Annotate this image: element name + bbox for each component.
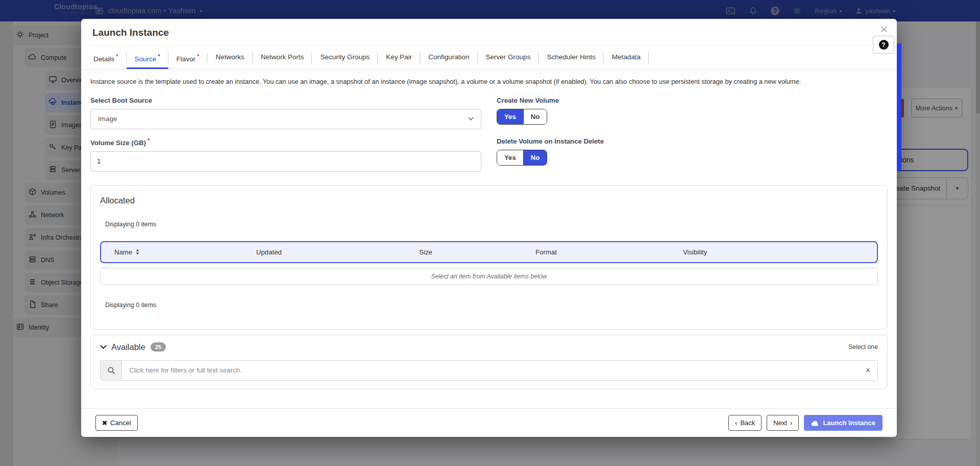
modal-body: Instance source is the template used to …	[81, 69, 897, 409]
wizard-tabs: Details* Source* Flavor* Networks Networ…	[81, 46, 897, 69]
cancel-label: Cancel	[110, 419, 131, 427]
boot-source-field: Select Boot Source Image	[90, 91, 481, 129]
required-asterisk: *	[197, 53, 199, 59]
search-icon	[101, 361, 122, 380]
required-asterisk: *	[116, 53, 118, 59]
page: Cloudtopiaa Your Cloud Partner cloudtopi…	[0, 0, 980, 466]
source-description: Instance source is the template used to …	[90, 78, 888, 85]
allocated-panel: Allocated Displaying 0 items Name Update…	[90, 185, 888, 330]
tab-label: Metadata	[612, 53, 641, 61]
tab-label: Security Groups	[320, 53, 370, 61]
tab-label: Details	[93, 55, 114, 63]
tab-network-ports[interactable]: Network Ports	[253, 46, 312, 69]
modal-title: Launch Instance	[92, 27, 886, 38]
modal-header: Launch Instance ×	[81, 19, 897, 46]
chevron-down-icon	[468, 117, 474, 121]
available-panel: Available 25 Select one ×	[90, 335, 888, 389]
column-header-updated[interactable]: Updated	[256, 248, 419, 256]
volume-size-input[interactable]	[90, 151, 481, 172]
tab-configuration[interactable]: Configuration	[420, 46, 477, 69]
chevron-left-icon: ‹	[735, 419, 737, 427]
tab-label: Flavor	[177, 55, 196, 63]
column-label: Updated	[256, 248, 282, 256]
tab-label: Source	[135, 55, 157, 63]
delete-volume-no-button[interactable]: No	[523, 150, 547, 165]
column-header-name[interactable]: Name	[101, 248, 256, 256]
delete-volume-toggle: Yes No	[497, 150, 547, 166]
volume-size-label: Volume Size (GB)*	[90, 137, 481, 147]
question-mark-icon: ?	[879, 40, 889, 50]
tab-source[interactable]: Source*	[127, 46, 168, 69]
tab-details[interactable]: Details*	[85, 46, 127, 69]
available-count-badge: 25	[151, 342, 166, 352]
create-volume-label: Create New Volume	[497, 97, 888, 104]
allocated-table-header: Name Updated Size Format Visibility	[100, 241, 878, 263]
tab-label: Networks	[215, 53, 244, 61]
tab-label: Configuration	[428, 53, 469, 61]
tab-label: Key Pair	[386, 53, 412, 61]
sort-icon	[135, 249, 140, 255]
volume-size-label-text: Volume Size (GB)	[90, 139, 146, 147]
available-search-bar: ×	[100, 360, 878, 381]
allocated-title: Allocated	[100, 196, 878, 205]
volume-size-field: Volume Size (GB)*	[90, 132, 481, 172]
cloud-upload-icon	[811, 420, 819, 426]
tab-label: Scheduler Hints	[547, 53, 595, 61]
column-header-visibility[interactable]: Visibility	[683, 248, 877, 256]
back-label: Back	[740, 419, 755, 427]
tab-flavor[interactable]: Flavor*	[168, 46, 208, 69]
tab-server-groups[interactable]: Server Groups	[478, 46, 539, 69]
collapse-chevron-icon[interactable]	[100, 345, 107, 349]
modal-scrollbar-thumb[interactable]	[897, 43, 901, 171]
column-header-format[interactable]: Format	[535, 248, 683, 256]
chevron-right-icon: ›	[790, 419, 792, 427]
launch-instance-modal: Launch Instance × ? Details* Source* Fla…	[81, 19, 897, 437]
filter-search-input[interactable]	[122, 366, 859, 374]
tab-security-groups[interactable]: Security Groups	[312, 46, 378, 69]
cancel-button[interactable]: ✖ Cancel	[95, 415, 138, 431]
create-volume-yes-button[interactable]: Yes	[497, 109, 523, 124]
clear-search-icon[interactable]: ×	[859, 366, 877, 375]
required-asterisk: *	[148, 137, 150, 144]
create-volume-no-button[interactable]: No	[523, 109, 547, 124]
allocated-count-bottom: Displaying 0 items	[100, 301, 878, 309]
boot-source-select[interactable]: Image	[90, 109, 481, 129]
x-icon: ✖	[102, 420, 107, 427]
delete-volume-yes-button[interactable]: Yes	[497, 150, 523, 165]
available-title: Available	[111, 342, 145, 352]
column-label: Name	[114, 248, 132, 256]
next-label: Next	[773, 419, 787, 427]
next-button[interactable]: Next ›	[767, 415, 799, 431]
allocated-empty-row: Select an item from Available items belo…	[100, 268, 878, 285]
select-one-hint: Select one	[848, 343, 878, 351]
source-form: Select Boot Source Image Create New Volu…	[90, 91, 888, 172]
back-button[interactable]: ‹ Back	[728, 415, 762, 431]
launch-label: Launch Instance	[823, 419, 875, 427]
available-header: Available 25 Select one	[100, 342, 878, 352]
tab-label: Network Ports	[261, 53, 304, 61]
close-icon[interactable]: ×	[880, 23, 888, 36]
delete-volume-field: Delete Volume on Instance Delete Yes No	[497, 132, 888, 172]
boot-source-value: Image	[98, 115, 117, 123]
create-volume-toggle: Yes No	[497, 109, 547, 125]
column-header-size[interactable]: Size	[419, 248, 535, 256]
modal-footer: ✖ Cancel ‹ Back Next › Launch Instance	[81, 408, 897, 437]
column-label: Format	[535, 248, 557, 256]
column-label: Visibility	[683, 248, 707, 256]
tab-networks[interactable]: Networks	[207, 46, 252, 69]
boot-source-label: Select Boot Source	[90, 97, 481, 104]
required-asterisk: *	[158, 53, 160, 59]
wizard-help-button[interactable]: ?	[873, 36, 894, 54]
tab-key-pair[interactable]: Key Pair	[378, 46, 420, 69]
launch-instance-button[interactable]: Launch Instance	[804, 415, 883, 431]
tab-scheduler-hints[interactable]: Scheduler Hints	[538, 46, 603, 69]
delete-volume-label: Delete Volume on Instance Delete	[497, 137, 888, 145]
tab-metadata[interactable]: Metadata	[604, 46, 649, 69]
create-volume-field: Create New Volume Yes No	[497, 91, 888, 129]
column-label: Size	[419, 248, 432, 256]
allocated-count: Displaying 0 items	[100, 221, 878, 228]
tab-label: Server Groups	[486, 53, 531, 61]
